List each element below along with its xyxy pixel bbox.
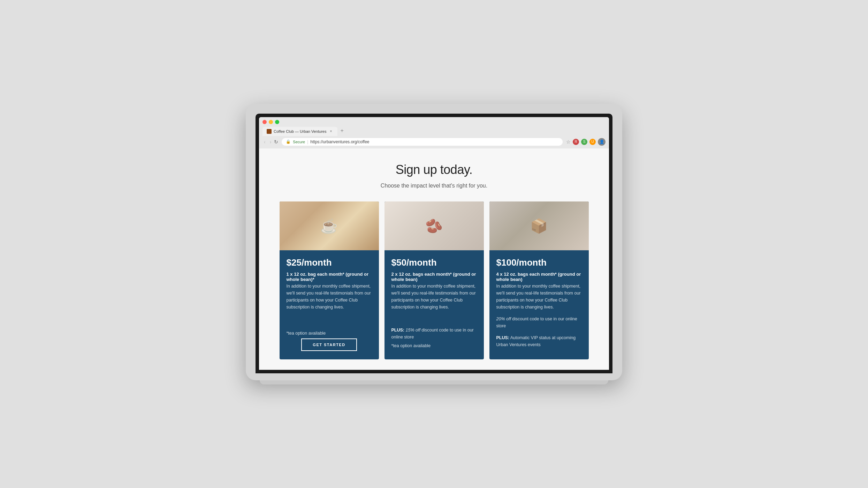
card-tea-50: *tea option available: [391, 343, 477, 348]
address-bar[interactable]: 🔒 Secure | https://urbanventures.org/cof…: [282, 138, 563, 146]
back-button[interactable]: ‹: [262, 138, 267, 145]
card-body-50: $50/month 2 x 12 oz. bags each month* (g…: [384, 250, 484, 359]
browser-chrome: Coffee Club — Urban Ventures × +: [259, 117, 609, 136]
traffic-light-maximize[interactable]: [275, 120, 279, 124]
new-tab-button[interactable]: +: [338, 128, 345, 136]
active-tab[interactable]: Coffee Club — Urban Ventures ×: [262, 127, 337, 136]
card-quantity-bold-100: 4 x 12 oz. bags each month*: [496, 272, 557, 277]
secure-label: Secure: [293, 140, 305, 144]
pricing-card-50: $50/month 2 x 12 oz. bags each month* (g…: [384, 201, 484, 359]
laptop-outer: Coffee Club — Urban Ventures × + ‹ › ↻ �: [246, 104, 622, 380]
card-quantity-100: 4 x 12 oz. bags each month* (ground or w…: [496, 272, 582, 282]
card-image-100: [489, 201, 589, 250]
card-image-50: [384, 201, 484, 250]
traffic-light-minimize[interactable]: [269, 120, 273, 124]
extension-icon-2[interactable]: S: [581, 139, 587, 145]
card-price-50: $50/month: [391, 257, 477, 268]
extension-icon-3[interactable]: U: [589, 139, 596, 145]
card-description-25: In addition to your monthly coffee shipm…: [287, 283, 372, 326]
card-body-100: $100/month 4 x 12 oz. bags each month* (…: [489, 250, 589, 359]
refresh-button[interactable]: ↻: [274, 139, 278, 145]
address-bar-row: ‹ › ↻ 🔒 Secure | https://urbanventures.o…: [259, 136, 609, 148]
card-description-50: In addition to your monthly coffee shipm…: [391, 283, 477, 322]
browser-content: Sign up today. Choose the impact level t…: [259, 148, 609, 370]
page-subheadline: Choose the impact level that's right for…: [266, 183, 602, 189]
tab-favicon: [267, 129, 272, 134]
forward-button[interactable]: ›: [268, 138, 273, 145]
laptop-container: Coffee Club — Urban Ventures × + ‹ › ↻ �: [246, 104, 622, 384]
laptop-foot: [260, 380, 608, 384]
card-tea-25: *tea option available: [287, 331, 372, 336]
browser-actions: ☆ R S U 👤: [566, 138, 606, 146]
card-description-100: In addition to your monthly coffee shipm…: [496, 283, 582, 311]
plus-label-100: PLUS:: [496, 335, 510, 340]
card-quantity-25: 1 x 12 oz. bag each month* (ground or wh…: [287, 272, 372, 282]
card-quantity-bold-50: 2 x 12 oz. bags each month*: [391, 272, 452, 277]
tab-label: Coffee Club — Urban Ventures: [274, 129, 326, 134]
url-display: https://urbanventures.org/coffee: [310, 139, 369, 144]
url-separator: |: [307, 139, 308, 144]
page-headline: Sign up today.: [266, 162, 602, 177]
card-quantity-bold-25: 1 x 12 oz. bag each month*: [287, 272, 344, 277]
plus-label-50: PLUS:: [391, 328, 405, 333]
profile-icon[interactable]: 👤: [598, 138, 606, 146]
secure-lock-icon: 🔒: [286, 139, 291, 144]
card-price-25: $25/month: [287, 257, 372, 268]
nav-buttons: ‹ › ↻: [262, 138, 278, 145]
tab-close-btn[interactable]: ×: [328, 129, 333, 134]
browser-window: Coffee Club — Urban Ventures × + ‹ › ↻ �: [259, 117, 609, 370]
card-plus-50: PLUS: 15% off discount code to use in ou…: [391, 327, 477, 341]
card-price-100: $100/month: [496, 257, 582, 268]
pricing-card-25: $25/month 1 x 12 oz. bag each month* (gr…: [280, 201, 379, 359]
card-quantity-50: 2 x 12 oz. bags each month* (ground or w…: [391, 272, 477, 282]
screen-bezel: Coffee Club — Urban Ventures × + ‹ › ↻ �: [256, 114, 612, 373]
discount-prefix-100: 20% off: [496, 317, 511, 321]
pricing-cards-container: $25/month 1 x 12 oz. bag each month* (gr…: [277, 201, 591, 359]
card-image-25: [280, 201, 379, 250]
card-cta-25[interactable]: GET STARTED: [301, 338, 357, 351]
bookmark-star-icon[interactable]: ☆: [566, 139, 571, 145]
pricing-card-100: $100/month 4 x 12 oz. bags each month* (…: [489, 201, 589, 359]
laptop-base: [256, 373, 612, 380]
card-body-25: $25/month 1 x 12 oz. bag each month* (gr…: [280, 250, 379, 359]
card-plus-100: PLUS: Automatic VIP status at upcoming U…: [496, 334, 582, 348]
plus-discount-50: 15% off: [405, 328, 420, 333]
extension-icon-1[interactable]: R: [573, 139, 579, 145]
traffic-light-close[interactable]: [262, 120, 267, 124]
browser-tabs: Coffee Club — Urban Ventures × +: [262, 127, 606, 136]
traffic-lights: [262, 120, 606, 124]
card-discount-100: 20% off discount code to use in our onli…: [496, 315, 582, 329]
